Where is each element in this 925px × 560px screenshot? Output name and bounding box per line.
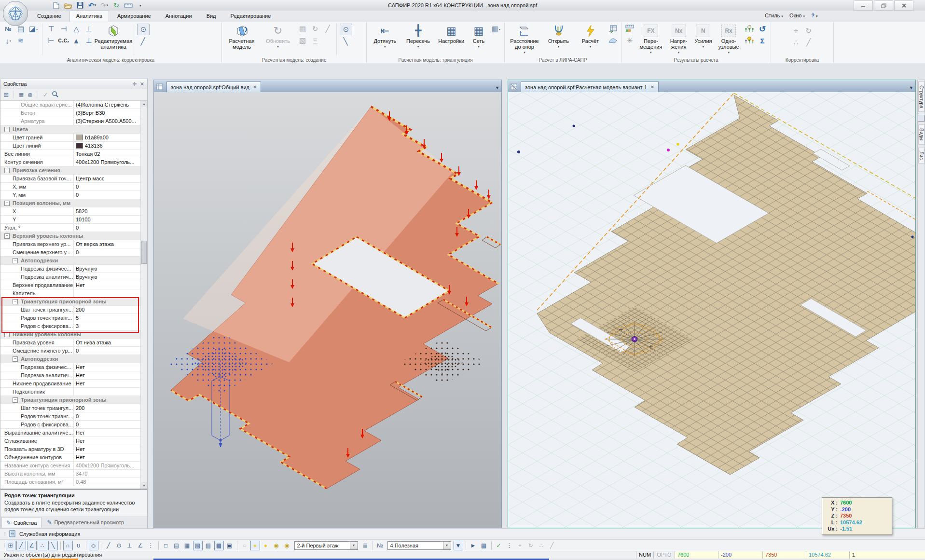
list-view-icon[interactable]: ≣: [19, 91, 24, 98]
style-menu[interactable]: Стиль ▾: [765, 13, 783, 18]
property-row[interactable]: Контур сечения400x1200 Прямоуголь...: [0, 158, 140, 166]
beam-section-icon[interactable]: Ξ: [309, 35, 321, 46]
view-hidden-lines-icon[interactable]: ▤: [172, 541, 181, 550]
mesh-gear-icon[interactable]: ▧: [297, 35, 308, 46]
property-value[interactable]: Нет: [74, 380, 140, 387]
rotate-copy-icon[interactable]: ↻: [803, 26, 815, 36]
property-value[interactable]: b1a89a00: [74, 134, 140, 141]
point-mode-icon[interactable]: ⊙: [137, 24, 150, 35]
property-category-row[interactable]: −Привязка сечения: [0, 166, 140, 175]
property-row[interactable]: Подрезка аналитич...Нет: [0, 371, 140, 380]
property-value[interactable]: Нет: [74, 363, 140, 371]
property-value[interactable]: 0: [74, 347, 140, 355]
property-category-row[interactable]: −Триангуляция приопорной зоны: [0, 396, 140, 404]
property-row[interactable]: Цвет линий413136: [0, 142, 140, 150]
support-base-icon[interactable]: ⊢: [45, 35, 57, 46]
categorized-view-icon[interactable]: ⊞: [3, 91, 9, 98]
property-value[interactable]: Нет: [74, 281, 140, 289]
property-row[interactable]: Рядов с фиксирова...0: [0, 421, 140, 429]
app-logo-button[interactable]: [3, 1, 28, 26]
line-mode-icon[interactable]: ╱: [137, 36, 149, 47]
intersect-button[interactable]: ╋ Пересечь▾: [402, 24, 434, 50]
view-wireframe-icon[interactable]: □: [161, 541, 171, 550]
property-row[interactable]: Подрезка физичес...Нет: [0, 363, 140, 371]
window-menu[interactable]: Окно ▾: [789, 13, 805, 18]
table-filter-icon[interactable]: ▦: [479, 541, 489, 550]
property-value[interactable]: 5820: [74, 207, 140, 215]
storey-manager-icon[interactable]: ≣: [360, 541, 370, 550]
property-row[interactable]: Рядов точек трианг...0: [0, 412, 140, 421]
property-value[interactable]: 400x1200 Прямоуголь...: [74, 462, 140, 469]
help-menu[interactable]: ? ▾: [811, 13, 817, 18]
property-value[interactable]: Нет: [74, 437, 140, 445]
snap-middle-icon[interactable]: ╲: [48, 541, 58, 550]
property-category-row[interactable]: −Позиция колонны, мм: [0, 199, 140, 207]
collapse-icon[interactable]: −: [13, 258, 18, 263]
tab-properties[interactable]: ✎ Свойства: [1, 517, 41, 528]
more-tools-icon[interactable]: ⋮: [505, 541, 514, 550]
property-row[interactable]: Нижнее продавливаниеНет: [0, 380, 140, 388]
property-value[interactable]: 10100: [74, 216, 140, 223]
sum-results-icon[interactable]: Σ: [757, 35, 768, 46]
ribbon-tab-Редактирование[interactable]: Редактирование: [224, 11, 277, 21]
open-in-lira-button[interactable]: Открыть▾: [543, 24, 574, 50]
property-row[interactable]: X5820: [0, 207, 140, 216]
snap-points-icon[interactable]: ∴: [38, 541, 47, 550]
lamp-selected-icon[interactable]: ●: [250, 541, 260, 550]
side-tab-sheets[interactable]: Лис: [918, 148, 925, 164]
draw-angle-icon[interactable]: ∠: [136, 541, 145, 550]
property-value[interactable]: (3)Стержни А500.А500...: [74, 117, 140, 125]
property-row[interactable]: Y10100: [0, 216, 140, 224]
displacements-button[interactable]: FX Пере-мещения▾: [637, 24, 665, 55]
property-row[interactable]: Шаг точек триангул...200: [0, 404, 140, 412]
sheet-icon[interactable]: [918, 115, 925, 122]
property-value[interactable]: [74, 289, 140, 297]
view-axes-icon[interactable]: ▣: [225, 541, 235, 550]
property-row[interactable]: Вес линииТонкая 02: [0, 150, 140, 158]
result-settings-gear-icon[interactable]: ✳: [624, 35, 635, 46]
property-value[interactable]: (4)Колонна Стержень: [74, 101, 140, 109]
chevron-down-icon[interactable]: ▼: [350, 542, 358, 549]
chevron-down-icon[interactable]: ▼: [443, 542, 451, 549]
stiffness-c1c2-icon[interactable]: C₁C₂: [58, 35, 69, 46]
collapse-icon[interactable]: −: [4, 201, 10, 206]
scroll-thumb[interactable]: [141, 241, 147, 264]
redo-icon[interactable]: ↷▾: [99, 0, 109, 10]
panel-close-icon[interactable]: ✕: [140, 79, 144, 89]
property-value[interactable]: 200: [74, 404, 140, 412]
draw-circle-icon[interactable]: ⊙: [114, 541, 124, 550]
show-nodes-lamp-icon[interactable]: [744, 24, 755, 34]
ortho-indicator[interactable]: ОРТО: [653, 551, 675, 559]
calculate-button[interactable]: Расчёт▾: [575, 24, 606, 50]
draw-line-icon[interactable]: ╱: [104, 541, 113, 550]
snap-grid-icon[interactable]: ⊞: [6, 541, 15, 550]
property-row[interactable]: Подрезка аналитич...Вручную: [0, 273, 140, 281]
stresses-button[interactable]: Nx Напря-жения▾: [666, 24, 691, 55]
magnet-free-icon[interactable]: ∪: [74, 541, 83, 550]
view-shaded-icon[interactable]: ▦: [182, 541, 192, 550]
collapse-icon[interactable]: −: [13, 397, 18, 403]
side-tab-views[interactable]: Виды: [918, 124, 925, 144]
snap-nearest-icon[interactable]: ╱: [16, 541, 26, 550]
panels-icon[interactable]: ▥▾: [490, 24, 502, 34]
node-tool-icon[interactable]: ∴: [537, 541, 546, 550]
view-transparent-icon[interactable]: ▨: [204, 541, 213, 550]
property-value[interactable]: Нет: [74, 445, 140, 453]
service-info-bar[interactable]: ⁞⁞ Служебная информация: [0, 528, 925, 539]
editable-analytics-button[interactable]: Редактируемая аналитика: [96, 24, 131, 50]
property-row[interactable]: Название контура сечения400x1200 Прямоуг…: [0, 462, 140, 470]
property-row[interactable]: Общие характерис...(4)Колонна Стержень: [0, 101, 140, 109]
lamp-on-icon[interactable]: ●: [261, 541, 271, 550]
mesh-refresh-icon[interactable]: ↻: [309, 24, 321, 34]
property-row[interactable]: Верхнее продавливаниеНет: [0, 281, 140, 289]
property-row[interactable]: Привязка базовой точ...Центр масс: [0, 175, 140, 183]
move-element-icon[interactable]: +: [790, 26, 802, 36]
drag-grip-icon[interactable]: ⁞: [4, 543, 5, 548]
viewport-left-tab[interactable]: зона над опорой.spf:Общий вид ✕: [166, 82, 261, 92]
collapse-icon[interactable]: −: [4, 233, 10, 239]
property-value[interactable]: 3470: [74, 470, 140, 478]
modified-only-icon[interactable]: ⊜: [28, 91, 33, 98]
property-value[interactable]: Центр масс: [74, 175, 140, 182]
property-row[interactable]: Подколонник: [0, 388, 140, 396]
property-row[interactable]: Высота колонны, мм3470: [0, 470, 140, 478]
